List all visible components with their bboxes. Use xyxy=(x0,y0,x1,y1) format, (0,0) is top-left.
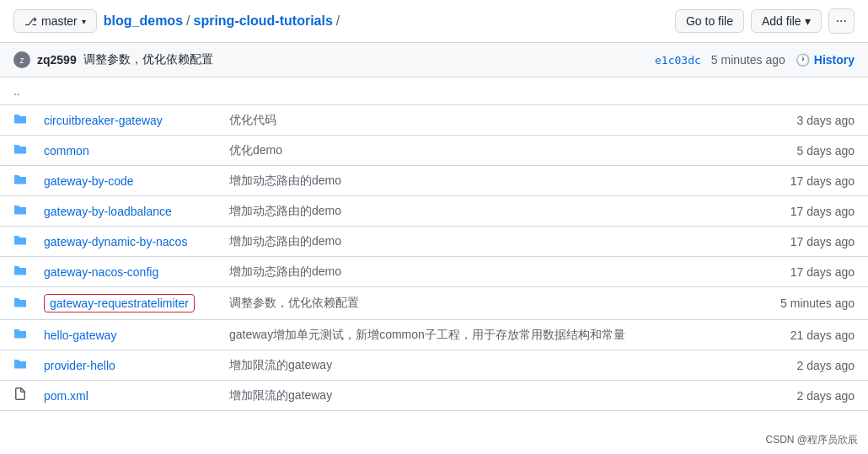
file-link[interactable]: gateway-by-code xyxy=(44,174,134,188)
file-row: hello-gatewaygateway增加单元测试，新增common子工程，用… xyxy=(0,320,868,350)
history-icon: 🕐 xyxy=(796,53,810,67)
file-name-cell: provider-hello xyxy=(30,350,216,381)
parent-dir-row: .. xyxy=(0,77,868,105)
file-name-cell: circuitbreaker-gateway xyxy=(30,105,216,136)
branch-icon: ⎇ xyxy=(24,15,37,28)
file-name-cell: pom.xml xyxy=(30,381,216,411)
file-commit-message: 增加动态路由的demo xyxy=(216,257,758,287)
file-commit-message: 增加限流的gateway xyxy=(216,350,758,381)
history-label: History xyxy=(814,53,855,67)
file-name-cell: gateway-by-code xyxy=(30,166,216,196)
file-row: gateway-nacos-config增加动态路由的demo17 days a… xyxy=(0,257,868,287)
history-button[interactable]: 🕐 History xyxy=(796,53,855,67)
file-type-icon xyxy=(0,227,30,257)
file-name-cell: gateway-by-loadbalance xyxy=(30,196,216,227)
commit-meta: e1c03dc 5 minutes ago 🕐 History xyxy=(655,53,855,67)
go-to-file-button[interactable]: Go to file xyxy=(675,9,744,33)
commit-hash[interactable]: e1c03dc xyxy=(655,54,701,67)
file-type-icon xyxy=(0,320,30,350)
file-time: 3 days ago xyxy=(758,105,868,136)
file-row: gateway-requestratelimiter调整参数，优化依赖配置5 m… xyxy=(0,287,868,320)
top-actions: Go to file Add file ▾ ··· xyxy=(675,8,855,34)
file-time: 21 days ago xyxy=(758,320,868,350)
breadcrumb-slash: / xyxy=(336,13,340,29)
file-row: gateway-dynamic-by-nacos增加动态路由的demo17 da… xyxy=(0,227,868,257)
file-type-icon xyxy=(0,136,30,166)
file-link[interactable]: common xyxy=(44,144,89,158)
branch-chevron: ▾ xyxy=(82,17,86,26)
file-name-cell: gateway-dynamic-by-nacos xyxy=(30,227,216,257)
file-time: 17 days ago xyxy=(758,257,868,287)
file-row: gateway-by-code增加动态路由的demo17 days ago xyxy=(0,166,868,196)
file-name-cell: common xyxy=(30,136,216,166)
file-link[interactable]: circuitbreaker-gateway xyxy=(44,114,163,127)
file-time: 17 days ago xyxy=(758,166,868,196)
file-type-icon xyxy=(0,381,30,411)
commit-time: 5 minutes ago xyxy=(711,53,785,67)
file-type-icon xyxy=(0,196,30,227)
file-link[interactable]: provider-hello xyxy=(44,359,115,372)
branch-label: master xyxy=(41,14,78,28)
file-link[interactable]: pom.xml xyxy=(44,389,88,403)
file-type-icon xyxy=(0,257,30,287)
files-table: circuitbreaker-gateway优化代码3 days ago com… xyxy=(0,105,868,411)
file-name-cell: gateway-requestratelimiter xyxy=(30,287,216,320)
file-link[interactable]: gateway-dynamic-by-nacos xyxy=(44,235,187,248)
avatar: z xyxy=(13,51,30,68)
file-time: 17 days ago xyxy=(758,196,868,227)
commit-author[interactable]: zq2599 xyxy=(37,53,77,67)
file-commit-message: gateway增加单元测试，新增common子工程，用于存放常用数据结构和常量 xyxy=(216,320,758,350)
file-time: 5 days ago xyxy=(758,136,868,166)
file-commit-message: 增加动态路由的demo xyxy=(216,227,758,257)
highlighted-file-link[interactable]: gateway-requestratelimiter xyxy=(44,294,195,312)
file-link[interactable]: hello-gateway xyxy=(44,328,116,342)
breadcrumb: blog_demos / spring-cloud-tutorials / xyxy=(104,13,668,29)
breadcrumb-owner[interactable]: blog_demos xyxy=(104,13,183,29)
breadcrumb-repo[interactable]: spring-cloud-tutorials xyxy=(193,13,332,29)
file-commit-message: 增加限流的gateway xyxy=(216,381,758,411)
add-file-button[interactable]: Add file ▾ xyxy=(751,9,822,33)
file-commit-message: 增加动态路由的demo xyxy=(216,166,758,196)
commit-bar: z zq2599 调整参数，优化依赖配置 e1c03dc 5 minutes a… xyxy=(0,43,868,77)
file-name-cell: hello-gateway xyxy=(30,320,216,350)
top-bar: ⎇ master ▾ blog_demos / spring-cloud-tut… xyxy=(0,0,868,43)
breadcrumb-sep1: / xyxy=(186,13,190,29)
file-row: pom.xml增加限流的gateway2 days ago xyxy=(0,381,868,411)
file-commit-message: 调整参数，优化依赖配置 xyxy=(216,287,758,320)
file-row: common优化demo5 days ago xyxy=(0,136,868,166)
more-options-button[interactable]: ··· xyxy=(828,8,855,34)
file-commit-message: 增加动态路由的demo xyxy=(216,196,758,227)
file-link[interactable]: gateway-nacos-config xyxy=(44,265,158,279)
file-link[interactable]: gateway-by-loadbalance xyxy=(44,205,172,218)
file-time: 17 days ago xyxy=(758,227,868,257)
file-row: gateway-by-loadbalance增加动态路由的demo17 days… xyxy=(0,196,868,227)
file-time: 2 days ago xyxy=(758,381,868,411)
file-table: .. xyxy=(0,77,868,105)
file-type-icon xyxy=(0,105,30,136)
file-type-icon xyxy=(0,350,30,381)
add-file-chevron: ▾ xyxy=(805,14,811,28)
file-row: provider-hello增加限流的gateway2 days ago xyxy=(0,350,868,381)
branch-selector[interactable]: ⎇ master ▾ xyxy=(13,9,97,33)
file-name-cell: gateway-nacos-config xyxy=(30,257,216,287)
file-type-icon xyxy=(0,287,30,320)
parent-dir-link[interactable]: .. xyxy=(13,84,20,98)
file-type-icon xyxy=(0,166,30,196)
file-time: 2 days ago xyxy=(758,350,868,381)
file-commit-message: 优化demo xyxy=(216,136,758,166)
file-time: 5 minutes ago xyxy=(758,287,868,320)
commit-message: 调整参数，优化依赖配置 xyxy=(83,52,213,67)
file-row: circuitbreaker-gateway优化代码3 days ago xyxy=(0,105,868,136)
file-commit-message: 优化代码 xyxy=(216,105,758,136)
